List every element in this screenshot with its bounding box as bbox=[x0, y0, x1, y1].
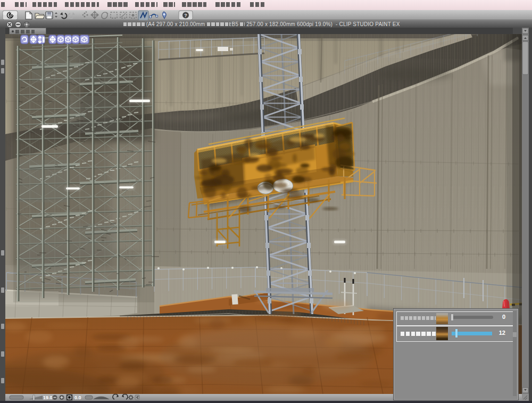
svg-text:19.0: 19.0 bbox=[43, 395, 53, 400]
svg-text:?: ? bbox=[184, 13, 187, 18]
svg-text:0.0: 0.0 bbox=[74, 395, 81, 400]
